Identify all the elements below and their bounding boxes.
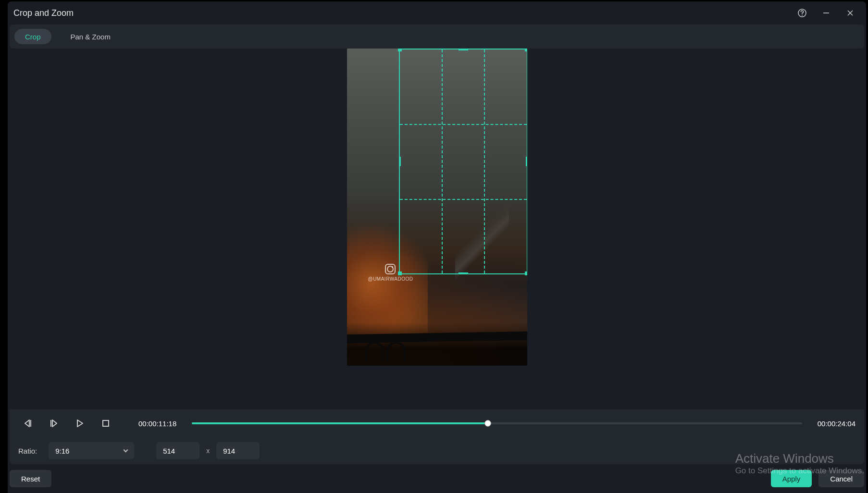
mode-tabs: Crop Pan & Zoom [10, 25, 864, 49]
footer-right: Apply Cancel [771, 470, 864, 487]
chevron-down-icon [124, 447, 128, 452]
crop-handle-l[interactable] [399, 157, 401, 166]
ratio-bar: Ratio: 9:16 x [10, 437, 864, 464]
current-time: 00:00:11:18 [138, 419, 176, 428]
play-icon[interactable] [70, 415, 89, 432]
crop-handle-br[interactable] [525, 271, 527, 275]
window-title: Crop and Zoom [13, 8, 74, 18]
next-frame-icon[interactable] [44, 415, 63, 432]
svg-point-1 [802, 15, 803, 16]
crop-grid-line [400, 124, 527, 125]
tabs-container: Crop Pan & Zoom [8, 25, 866, 49]
crop-grid-line [484, 49, 485, 273]
svg-rect-7 [103, 420, 109, 426]
height-input[interactable] [216, 442, 260, 459]
prev-frame-icon[interactable] [18, 415, 37, 432]
crop-box[interactable] [399, 49, 527, 274]
timeline-thumb[interactable] [484, 420, 491, 427]
playback-controls: 00:00:11:18 00:00:24:04 [10, 409, 864, 437]
crop-handle-tl[interactable] [398, 49, 402, 51]
crop-grid-line [442, 49, 443, 273]
crop-zoom-window: Crop and Zoom Crop Pan & Zoom [8, 1, 866, 493]
stop-icon[interactable] [96, 415, 115, 432]
tab-crop[interactable]: Crop [14, 29, 51, 44]
reset-button[interactable]: Reset [10, 470, 51, 487]
ratio-select[interactable]: 9:16 [49, 442, 134, 459]
tab-pan-zoom[interactable]: Pan & Zoom [60, 29, 121, 44]
apply-button[interactable]: Apply [771, 470, 812, 487]
crop-handle-t[interactable] [459, 49, 468, 50]
timeline-slider[interactable] [192, 422, 802, 424]
ratio-value: 9:16 [55, 447, 69, 455]
ratio-label: Ratio: [18, 447, 37, 455]
preview-area: @UMAIRWADOOD [8, 49, 866, 409]
footer: Reset Apply Cancel [8, 464, 866, 493]
crop-handle-bl[interactable] [398, 271, 402, 275]
crop-grid-line [400, 199, 527, 200]
crop-handle-r[interactable] [526, 157, 527, 166]
cancel-button[interactable]: Cancel [818, 470, 864, 487]
video-frame[interactable]: @UMAIRWADOOD [347, 49, 527, 366]
close-icon[interactable] [839, 4, 861, 22]
crop-handle-b[interactable] [459, 272, 468, 274]
video-railing [347, 322, 527, 366]
help-icon[interactable] [791, 4, 813, 22]
watermark-text: @UMAIRWADOOD [368, 276, 413, 282]
dimension-separator: x [206, 447, 210, 455]
window-buttons [791, 4, 861, 22]
minimize-icon[interactable] [815, 4, 837, 22]
crop-handle-tr[interactable] [525, 49, 527, 51]
width-input[interactable] [156, 442, 199, 459]
timeline-fill [192, 422, 488, 424]
total-duration: 00:00:24:04 [818, 419, 856, 428]
instagram-icon [385, 264, 396, 274]
titlebar: Crop and Zoom [8, 1, 866, 25]
